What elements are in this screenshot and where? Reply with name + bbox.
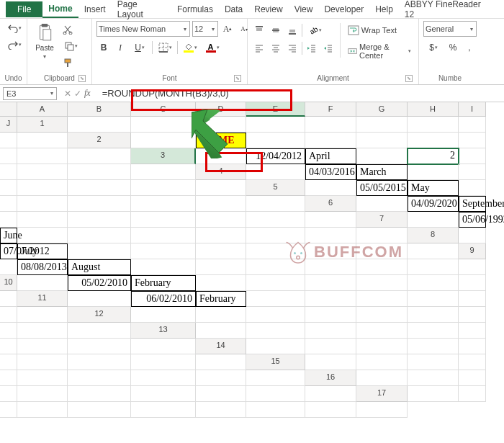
cell[interactable] — [408, 243, 459, 259]
cell[interactable] — [356, 291, 408, 307]
cancel-formula-button[interactable]: ✕ — [64, 89, 71, 99]
cell[interactable] — [408, 354, 459, 370]
cell[interactable]: April — [305, 148, 356, 164]
cell[interactable] — [68, 370, 131, 386]
increase-indent-button[interactable] — [321, 41, 336, 55]
cell[interactable] — [0, 323, 17, 339]
cell[interactable] — [356, 339, 408, 354]
cell[interactable]: 08/08/2013 — [17, 259, 68, 275]
cell[interactable] — [356, 196, 408, 212]
cell[interactable]: March — [356, 164, 408, 180]
cell[interactable] — [305, 354, 356, 370]
orientation-button[interactable]: ab▾ — [305, 23, 325, 37]
cell[interactable] — [408, 259, 459, 275]
cell[interactable] — [0, 180, 17, 196]
cell[interactable] — [68, 402, 131, 418]
row-header[interactable]: 16 — [305, 370, 356, 386]
cell[interactable] — [408, 212, 459, 228]
cell[interactable] — [459, 386, 486, 402]
cell[interactable] — [68, 323, 131, 339]
cell[interactable] — [68, 243, 131, 259]
cell[interactable]: July — [17, 243, 68, 259]
cell[interactable] — [305, 386, 356, 402]
cell[interactable] — [17, 275, 68, 291]
column-header[interactable]: E — [246, 102, 305, 117]
cell[interactable] — [0, 339, 17, 354]
cell[interactable] — [0, 148, 17, 164]
cell[interactable] — [17, 386, 68, 402]
column-header[interactable]: B — [68, 102, 131, 117]
cell[interactable]: 05/02/2010 — [68, 275, 131, 291]
cell[interactable] — [131, 354, 196, 370]
column-header[interactable]: D — [196, 102, 246, 117]
row-header[interactable]: 9 — [459, 243, 486, 259]
percent-format-button[interactable]: % — [446, 40, 460, 55]
cell[interactable] — [356, 117, 408, 133]
cell[interactable] — [196, 148, 246, 164]
cell[interactable] — [459, 133, 486, 148]
cell[interactable]: 12/04/2012 — [246, 148, 305, 164]
cell[interactable] — [246, 402, 305, 418]
align-middle-button[interactable] — [269, 23, 283, 37]
cell[interactable] — [408, 133, 459, 148]
column-header[interactable]: G — [356, 102, 408, 117]
cell[interactable] — [68, 164, 131, 180]
cell[interactable] — [305, 402, 356, 418]
merge-center-button[interactable]: Merge & Center ▾ — [345, 41, 414, 61]
increase-font-button[interactable]: A▴ — [220, 22, 235, 36]
cell[interactable] — [131, 339, 196, 354]
cell[interactable] — [246, 117, 305, 133]
cell[interactable]: 07/07/2012 — [0, 243, 17, 259]
cell[interactable] — [305, 117, 356, 133]
cell[interactable] — [196, 228, 246, 243]
cell[interactable]: June — [0, 228, 17, 243]
tab-review[interactable]: Review — [248, 1, 288, 17]
enter-formula-button[interactable]: ✓ — [74, 89, 81, 99]
cell[interactable] — [68, 180, 131, 196]
row-header[interactable]: 14 — [196, 339, 246, 354]
cell[interactable] — [68, 196, 131, 212]
cell[interactable] — [0, 307, 17, 323]
cell[interactable] — [356, 275, 408, 291]
name-box[interactable]: E3 ▾ — [3, 87, 57, 100]
cell[interactable] — [246, 291, 305, 307]
tab-view[interactable]: View — [289, 1, 319, 17]
align-center-button[interactable] — [269, 41, 283, 55]
cell[interactable] — [131, 386, 196, 402]
row-header[interactable]: 8 — [408, 228, 459, 243]
cell[interactable] — [246, 164, 305, 180]
row-header[interactable]: 12 — [68, 307, 131, 323]
tab-developer[interactable]: Developer — [318, 1, 369, 17]
cell[interactable] — [305, 307, 356, 323]
cell[interactable] — [17, 354, 68, 370]
cell[interactable] — [131, 370, 196, 386]
cell[interactable] — [68, 117, 131, 133]
cell[interactable] — [305, 212, 356, 228]
align-left-button[interactable] — [252, 41, 266, 55]
accounting-format-button[interactable]: $▾ — [423, 40, 444, 55]
cell[interactable] — [0, 196, 17, 212]
cell[interactable] — [459, 259, 486, 275]
cell[interactable] — [408, 275, 459, 291]
cell[interactable]: 05/06/1992 — [459, 212, 486, 228]
row-header[interactable]: 6 — [305, 196, 356, 212]
bold-button[interactable]: B — [96, 40, 111, 55]
borders-button[interactable]: ▾ — [155, 40, 175, 55]
cell[interactable] — [17, 212, 68, 228]
cell[interactable] — [459, 323, 486, 339]
cell[interactable] — [131, 133, 196, 148]
align-right-button[interactable] — [285, 41, 300, 55]
redo-button[interactable]: ▾ — [4, 37, 24, 52]
cell[interactable] — [196, 386, 246, 402]
cell[interactable] — [305, 133, 356, 148]
cell[interactable] — [131, 164, 196, 180]
number-format-select[interactable]: General▾ — [423, 21, 477, 37]
row-header[interactable]: 3 — [131, 148, 196, 164]
tab-help[interactable]: Help — [369, 1, 399, 17]
cell[interactable]: 05/05/2015 — [356, 180, 408, 196]
cell[interactable]: TIME — [196, 133, 246, 148]
cell[interactable]: 06/02/2010 — [131, 291, 196, 307]
format-painter-button[interactable] — [60, 55, 75, 70]
row-header[interactable]: 2 — [68, 133, 131, 148]
cell[interactable] — [0, 212, 17, 228]
